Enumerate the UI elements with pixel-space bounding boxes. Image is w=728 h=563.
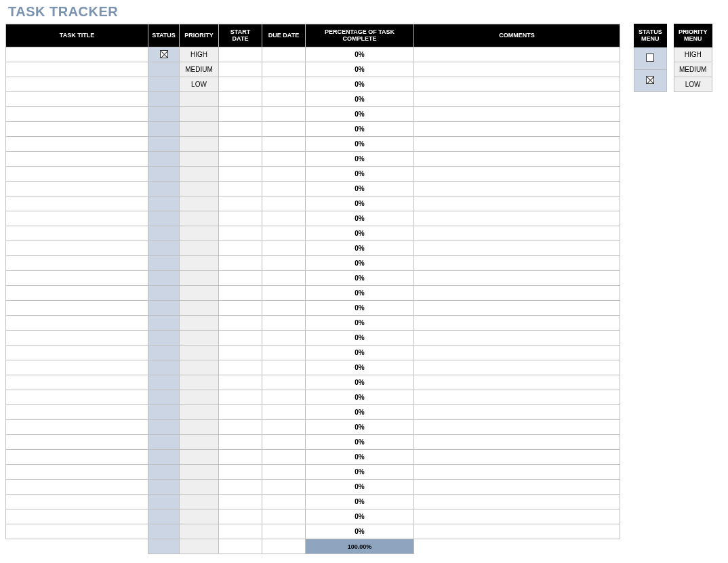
task-title-cell[interactable] — [6, 256, 148, 271]
comments-cell[interactable] — [414, 256, 620, 271]
due-date-cell[interactable] — [262, 420, 306, 435]
task-title-cell[interactable] — [6, 316, 148, 331]
task-title-cell[interactable] — [6, 480, 148, 495]
comments-cell[interactable] — [414, 167, 620, 182]
due-date-cell[interactable] — [262, 465, 306, 480]
comments-cell[interactable] — [414, 420, 620, 435]
checkbox-checked-icon[interactable] — [646, 76, 654, 84]
start-date-cell[interactable] — [219, 256, 262, 271]
task-title-cell[interactable] — [6, 450, 148, 465]
due-date-cell[interactable] — [262, 405, 306, 420]
priority-cell[interactable] — [180, 226, 219, 241]
pct-complete-cell[interactable]: 0% — [306, 420, 414, 435]
comments-cell[interactable] — [414, 450, 620, 465]
comments-cell[interactable] — [414, 182, 620, 196]
comments-cell[interactable] — [414, 196, 620, 211]
pct-complete-cell[interactable]: 0% — [306, 286, 414, 301]
start-date-cell[interactable] — [219, 211, 262, 226]
status-cell[interactable] — [148, 360, 180, 375]
due-date-cell[interactable] — [262, 62, 306, 77]
comments-cell[interactable] — [414, 360, 620, 375]
pct-complete-cell[interactable]: 0% — [306, 62, 414, 77]
status-menu-item[interactable] — [634, 70, 667, 92]
comments-cell[interactable] — [414, 271, 620, 286]
status-cell[interactable] — [148, 465, 180, 480]
due-date-cell[interactable] — [262, 182, 306, 196]
due-date-cell[interactable] — [262, 122, 306, 137]
pct-complete-cell[interactable]: 0% — [306, 509, 414, 524]
comments-cell[interactable] — [414, 241, 620, 256]
status-cell[interactable] — [148, 390, 180, 405]
due-date-cell[interactable] — [262, 450, 306, 465]
status-cell[interactable] — [148, 301, 180, 316]
priority-cell[interactable] — [180, 390, 219, 405]
due-date-cell[interactable] — [262, 524, 306, 539]
status-cell[interactable] — [148, 137, 180, 152]
comments-cell[interactable] — [414, 77, 620, 92]
pct-complete-cell[interactable]: 0% — [306, 77, 414, 92]
start-date-cell[interactable] — [219, 316, 262, 331]
status-cell[interactable] — [148, 331, 180, 346]
task-title-cell[interactable] — [6, 420, 148, 435]
priority-cell[interactable] — [180, 435, 219, 450]
task-title-cell[interactable] — [6, 167, 148, 182]
start-date-cell[interactable] — [219, 107, 262, 122]
start-date-cell[interactable] — [219, 196, 262, 211]
status-cell[interactable] — [148, 405, 180, 420]
pct-complete-cell[interactable]: 0% — [306, 167, 414, 182]
task-title-cell[interactable] — [6, 47, 148, 62]
priority-cell[interactable] — [180, 495, 219, 509]
comments-cell[interactable] — [414, 375, 620, 390]
due-date-cell[interactable] — [262, 480, 306, 495]
start-date-cell[interactable] — [219, 92, 262, 107]
priority-cell[interactable] — [180, 316, 219, 331]
task-title-cell[interactable] — [6, 226, 148, 241]
comments-cell[interactable] — [414, 122, 620, 137]
priority-cell[interactable] — [180, 137, 219, 152]
priority-cell[interactable] — [180, 331, 219, 346]
due-date-cell[interactable] — [262, 375, 306, 390]
comments-cell[interactable] — [414, 152, 620, 167]
status-cell[interactable] — [148, 524, 180, 539]
task-title-cell[interactable] — [6, 77, 148, 92]
status-cell[interactable] — [148, 480, 180, 495]
start-date-cell[interactable] — [219, 182, 262, 196]
task-title-cell[interactable] — [6, 331, 148, 346]
pct-complete-cell[interactable]: 0% — [306, 524, 414, 539]
priority-cell[interactable]: MEDIUM — [180, 62, 219, 77]
priority-cell[interactable] — [180, 271, 219, 286]
due-date-cell[interactable] — [262, 331, 306, 346]
start-date-cell[interactable] — [219, 360, 262, 375]
comments-cell[interactable] — [414, 390, 620, 405]
due-date-cell[interactable] — [262, 286, 306, 301]
pct-complete-cell[interactable]: 0% — [306, 122, 414, 137]
comments-cell[interactable] — [414, 331, 620, 346]
task-title-cell[interactable] — [6, 390, 148, 405]
task-title-cell[interactable] — [6, 92, 148, 107]
start-date-cell[interactable] — [219, 405, 262, 420]
due-date-cell[interactable] — [262, 152, 306, 167]
comments-cell[interactable] — [414, 226, 620, 241]
pct-complete-cell[interactable]: 0% — [306, 375, 414, 390]
priority-cell[interactable] — [180, 286, 219, 301]
due-date-cell[interactable] — [262, 390, 306, 405]
priority-cell[interactable] — [180, 360, 219, 375]
priority-cell[interactable] — [180, 480, 219, 495]
status-cell[interactable] — [148, 211, 180, 226]
priority-cell[interactable]: LOW — [180, 77, 219, 92]
start-date-cell[interactable] — [219, 420, 262, 435]
priority-menu-item[interactable]: LOW — [674, 77, 712, 92]
pct-complete-cell[interactable]: 0% — [306, 196, 414, 211]
status-cell[interactable] — [148, 495, 180, 509]
pct-complete-cell[interactable]: 0% — [306, 435, 414, 450]
pct-complete-cell[interactable]: 0% — [306, 346, 414, 360]
due-date-cell[interactable] — [262, 360, 306, 375]
start-date-cell[interactable] — [219, 301, 262, 316]
status-cell[interactable] — [148, 62, 180, 77]
comments-cell[interactable] — [414, 480, 620, 495]
start-date-cell[interactable] — [219, 331, 262, 346]
task-title-cell[interactable] — [6, 465, 148, 480]
due-date-cell[interactable] — [262, 167, 306, 182]
start-date-cell[interactable] — [219, 346, 262, 360]
pct-complete-cell[interactable]: 0% — [306, 47, 414, 62]
